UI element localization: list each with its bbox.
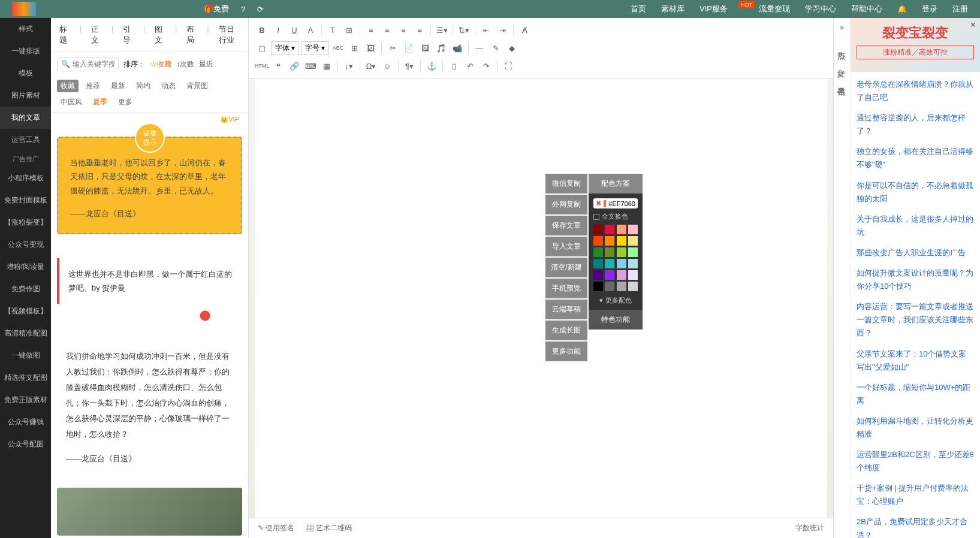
code-button[interactable]: ⌨ bbox=[303, 59, 318, 73]
filter-item[interactable]: 更多 bbox=[114, 96, 136, 108]
news-link[interactable]: 如何提升微文案设计的质量呢？为你分享10个技巧 bbox=[857, 267, 974, 293]
template-card-3[interactable]: 我们拼命地学习如何成功冲刺一百米，但是没有人教过我们：你跌倒时，怎么跌得有尊严；… bbox=[57, 340, 242, 476]
emoji-button[interactable]: ☺ bbox=[380, 59, 394, 73]
sidebar-item[interactable]: 公众号配图 bbox=[0, 433, 51, 455]
color-swatch[interactable] bbox=[628, 247, 638, 257]
color-swatch[interactable] bbox=[617, 282, 626, 291]
vtab-articles[interactable]: 好文 bbox=[834, 55, 850, 72]
search-input[interactable] bbox=[73, 60, 114, 68]
link-button[interactable]: 🔗 bbox=[287, 59, 301, 73]
template-card-1[interactable]: 温馨提示 当他垂垂老时，他可以回乡了，山河仍在，春天依旧，只是父母的坟，在太深的… bbox=[57, 137, 242, 234]
layout-button[interactable]: ▦ bbox=[319, 59, 334, 73]
font-select[interactable]: 字体 ▾ bbox=[271, 41, 299, 55]
format-button[interactable]: ⊞ bbox=[342, 23, 356, 37]
fullscreen-button[interactable]: ⛶ bbox=[501, 59, 515, 73]
news-link[interactable]: 干货+案例 | 提升用户付费率的法宝：心理账户 bbox=[857, 482, 974, 508]
color-swatch[interactable] bbox=[617, 236, 626, 246]
color-swatch[interactable] bbox=[628, 282, 638, 291]
color-swatch[interactable] bbox=[605, 259, 614, 268]
news-link[interactable]: 运营眼里2B和2C区别，至少还差8个纬度 bbox=[857, 448, 974, 474]
tool-button[interactable]: 手机预览 bbox=[545, 279, 587, 298]
nav-materials[interactable]: 素材库 bbox=[661, 4, 685, 14]
style-tab[interactable]: 引导 bbox=[120, 23, 136, 47]
help-icon[interactable]: ? bbox=[241, 5, 245, 14]
sidebar-item[interactable]: 高清精准配图 bbox=[0, 322, 51, 344]
sidebar-item[interactable]: 图片素材 bbox=[0, 84, 51, 107]
news-link[interactable]: 如何利用漏斗地图，让转化分析更精准 bbox=[857, 415, 974, 441]
text-button[interactable]: T bbox=[325, 23, 340, 37]
color-swatch[interactable] bbox=[605, 225, 614, 234]
logo[interactable] bbox=[12, 2, 36, 16]
color-swatch[interactable] bbox=[628, 225, 638, 234]
vtab-hot[interactable]: 热点 bbox=[834, 37, 850, 55]
refresh-icon[interactable]: ⟳ bbox=[257, 5, 264, 14]
color-swatch[interactable] bbox=[617, 259, 626, 268]
sidebar-item[interactable]: 精选推文配图 bbox=[0, 367, 51, 389]
bell-icon[interactable]: 🔔 bbox=[897, 5, 907, 14]
para-button[interactable]: ¶▾ bbox=[402, 59, 417, 73]
video-button[interactable]: 📹 bbox=[450, 41, 465, 55]
sidebar-item[interactable]: 小程序模板 bbox=[0, 167, 51, 189]
crop-button[interactable]: ✂ bbox=[385, 41, 400, 55]
audio-button[interactable]: 🎵 bbox=[434, 41, 448, 55]
filter-item[interactable]: 夏季 bbox=[89, 96, 111, 108]
news-link[interactable]: 你是可以不自信的，不必急着做孤独的太阳 bbox=[857, 179, 974, 205]
new-doc-button[interactable]: ▢ bbox=[255, 41, 269, 55]
hr-button[interactable]: — bbox=[472, 41, 487, 55]
tool-button[interactable]: 更多功能 bbox=[545, 341, 587, 361]
sidebar-item[interactable]: 【涨粉裂变】 bbox=[0, 211, 51, 234]
style-tab[interactable]: 节日行业 bbox=[216, 23, 242, 47]
template-card-image[interactable] bbox=[57, 488, 242, 536]
color-swatch[interactable] bbox=[617, 270, 626, 280]
promo-banner[interactable]: ✕ 裂变宝裂变 涨粉精准／高效可控 bbox=[851, 18, 980, 72]
signature-button[interactable]: ✎ 使用签名 bbox=[258, 523, 294, 533]
color-swatch[interactable] bbox=[605, 247, 614, 257]
color-swatch[interactable] bbox=[605, 282, 614, 291]
underline-button[interactable]: U bbox=[287, 23, 301, 37]
vtab-news[interactable]: 早资讯 bbox=[834, 72, 850, 90]
search-box[interactable]: 🔍 bbox=[57, 57, 119, 71]
list-button[interactable]: ☰▾ bbox=[435, 23, 449, 37]
image-button[interactable]: 🖼 bbox=[363, 41, 378, 55]
color-swatch[interactable] bbox=[593, 247, 603, 257]
color-swatch[interactable] bbox=[593, 259, 603, 268]
style-tab[interactable]: 布局 bbox=[184, 23, 200, 47]
sidebar-item[interactable]: 一键做图 bbox=[0, 344, 51, 367]
sidebar-item[interactable]: 增粉/阅读量 bbox=[0, 256, 51, 278]
more-colors-button[interactable]: ▾ 更多配色 bbox=[593, 296, 638, 305]
tool-button[interactable]: 保存文章 bbox=[545, 216, 587, 235]
tool-button[interactable]: 外网复制 bbox=[545, 195, 587, 214]
color-swatch[interactable] bbox=[628, 236, 638, 246]
sidebar-item[interactable]: 我的文章 bbox=[0, 107, 51, 129]
style-tab[interactable]: 正文 bbox=[89, 23, 104, 47]
quote-button[interactable]: ❝ bbox=[271, 59, 285, 73]
login-link[interactable]: 登录 bbox=[922, 4, 937, 14]
line-height-button[interactable]: ⇅▾ bbox=[457, 23, 471, 37]
filter-item[interactable]: 最新 bbox=[107, 80, 129, 92]
outdent-button[interactable]: ⇥ bbox=[495, 23, 509, 37]
tool-button[interactable]: 微信复制 bbox=[545, 174, 587, 194]
style-tab[interactable]: 标题 bbox=[57, 23, 73, 47]
color-swatch[interactable] bbox=[605, 270, 614, 280]
bold-button[interactable]: B bbox=[255, 23, 269, 37]
sort-recent[interactable]: 最近 bbox=[199, 59, 213, 69]
tool-button[interactable]: 清空/新建 bbox=[545, 258, 587, 277]
collapse-icon[interactable]: » bbox=[834, 18, 850, 37]
size-select[interactable]: 字号 ▾ bbox=[301, 41, 329, 55]
sidebar-item[interactable]: 公众号赚钱 bbox=[0, 411, 51, 433]
style-tab[interactable]: 图文 bbox=[152, 23, 168, 47]
news-link[interactable]: 那些改变广告人职业生涯的广告 bbox=[857, 246, 974, 259]
sidebar-item[interactable]: 免费正版素材 bbox=[0, 389, 51, 411]
align-left-button[interactable]: ≡ bbox=[364, 23, 378, 37]
color-swatch[interactable] bbox=[617, 247, 626, 257]
color-swatch[interactable] bbox=[628, 270, 638, 280]
tool-button[interactable]: 云端草稿 bbox=[545, 300, 587, 319]
tool-button[interactable]: 生成长图 bbox=[545, 321, 587, 340]
color-swatch[interactable] bbox=[605, 236, 614, 246]
nav-learn[interactable]: 学习中心 bbox=[805, 4, 836, 14]
anchor-button[interactable]: ⚓ bbox=[424, 59, 439, 73]
font-color-button[interactable]: A bbox=[303, 23, 318, 37]
symbol-button[interactable]: Ω▾ bbox=[364, 59, 378, 73]
table-button[interactable]: ⊞ bbox=[347, 41, 361, 55]
color-swatch[interactable] bbox=[593, 225, 603, 234]
